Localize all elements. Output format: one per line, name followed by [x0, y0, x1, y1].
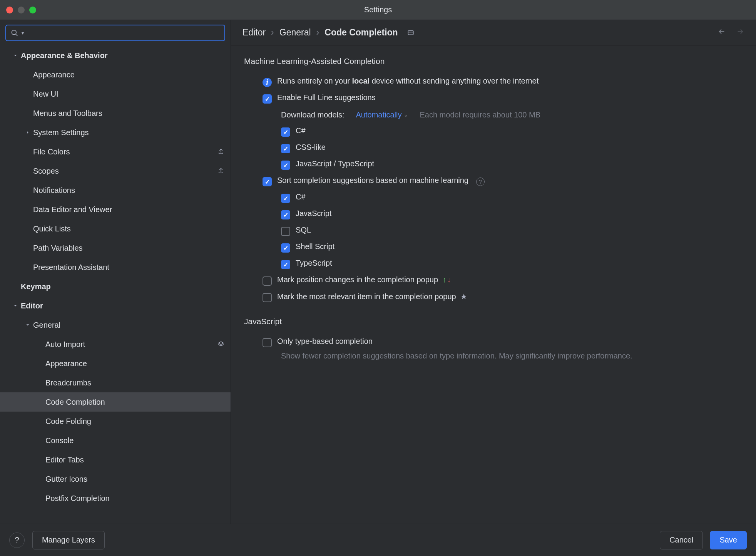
sidebar-item-label: Appearance & Behavior — [21, 51, 211, 60]
row-full-line: ✓ Enable Full Line suggestions — [244, 90, 743, 107]
sidebar-item-auto-import[interactable]: Auto Import — [0, 335, 231, 354]
breadcrumb-sep: › — [316, 27, 319, 38]
row-lang-jsts: ✓ JavaScript / TypeScript — [244, 156, 743, 173]
sidebar-item-scopes[interactable]: Scopes — [0, 161, 231, 181]
info-text: Runs entirely on your local device witho… — [277, 77, 539, 85]
sidebar-item-menus-and-toolbars[interactable]: Menus and Toolbars — [0, 104, 231, 123]
sidebar-item-gutter-icons[interactable]: Gutter Icons — [0, 469, 231, 489]
sidebar-item-file-colors[interactable]: File Colors — [0, 142, 231, 161]
sidebar-item-label: Quick Lists — [33, 224, 211, 233]
main-area: ▾ Appearance & BehaviorAppearanceNew UIM… — [0, 20, 756, 524]
share-icon — [211, 167, 231, 174]
row-lang-csharp: ✓ C# — [244, 123, 743, 140]
sidebar-item-appearance[interactable]: Appearance — [0, 65, 231, 84]
close-window-button[interactable] — [6, 7, 13, 13]
search-box[interactable]: ▾ — [5, 25, 225, 41]
settings-tree: Appearance & BehaviorAppearanceNew UIMen… — [0, 46, 231, 524]
sidebar-item-code-completion[interactable]: Code Completion — [0, 392, 231, 412]
section-js-title: JavaScript — [244, 317, 743, 326]
minimize-window-button[interactable] — [18, 7, 25, 13]
nav-forward-icon[interactable] — [736, 27, 744, 38]
checkbox-sort-ml[interactable]: ✓ — [263, 177, 272, 186]
row-sort-ml: ✓ Sort completion suggestions based on m… — [244, 173, 743, 189]
cancel-button[interactable]: Cancel — [660, 531, 703, 549]
save-button[interactable]: Save — [710, 531, 747, 549]
sidebar-item-breadcrumbs[interactable]: Breadcrumbs — [0, 373, 231, 392]
sidebar-item-appearance-behavior[interactable]: Appearance & Behavior — [0, 46, 231, 65]
nav-back-icon[interactable] — [718, 27, 726, 38]
sidebar-item-general[interactable]: General — [0, 315, 231, 335]
breadcrumb-editor[interactable]: Editor — [243, 27, 266, 38]
settings-scroll[interactable]: ✓ Enable auto-popup of tag name code com… — [231, 45, 756, 524]
sidebar-item-postfix-completion[interactable]: Postfix Completion — [0, 489, 231, 508]
tree-arrow-icon — [10, 53, 21, 58]
search-input[interactable] — [27, 28, 220, 37]
row-lang-css: ✓ CSS-like — [244, 140, 743, 156]
svg-line-1 — [16, 34, 18, 36]
sidebar-item-new-ui[interactable]: New UI — [0, 84, 231, 104]
sidebar-item-label: File Colors — [33, 147, 211, 156]
checkbox-type-based[interactable] — [263, 338, 272, 347]
sidebar-item-console[interactable]: Console — [0, 431, 231, 450]
checkbox-mark-position[interactable] — [263, 276, 272, 286]
sidebar-item-editor-tabs[interactable]: Editor Tabs — [0, 450, 231, 469]
checkbox-lang-csharp[interactable]: ✓ — [281, 127, 290, 137]
checkbox-sort-js[interactable]: ✓ — [281, 210, 290, 219]
maximize-window-button[interactable] — [29, 7, 36, 13]
checkbox-lang-jsts[interactable]: ✓ — [281, 161, 290, 170]
checkbox-lang-css[interactable]: ✓ — [281, 144, 290, 153]
row-mark-relevant: Mark the most relevant item in the compl… — [244, 289, 743, 305]
row-sort-csharp: ✓ C# — [244, 189, 743, 206]
label-sort-sql: SQL — [296, 226, 311, 234]
sidebar-item-system-settings[interactable]: System Settings — [0, 123, 231, 142]
svg-rect-2 — [408, 30, 413, 35]
manage-layers-button[interactable]: Manage Layers — [32, 531, 105, 549]
checkbox-full-line[interactable]: ✓ — [263, 94, 272, 104]
sidebar-item-label: Auto Import — [45, 340, 211, 349]
sidebar-item-keymap[interactable]: Keymap — [0, 277, 231, 296]
sidebar-item-label: Appearance — [45, 359, 211, 368]
row-type-based: Only type-based completion — [244, 334, 743, 350]
sidebar-item-quick-lists[interactable]: Quick Lists — [0, 219, 231, 238]
window-title: Settings — [364, 5, 392, 14]
sidebar-item-label: Gutter Icons — [45, 475, 211, 484]
label-sort-shell: Shell Script — [296, 242, 335, 251]
sidebar-item-label: Editor Tabs — [45, 456, 211, 464]
help-icon[interactable]: ? — [476, 178, 485, 186]
row-download-models: Download models: Automatically ⌄ Each mo… — [244, 107, 743, 123]
sidebar-item-label: Presentation Assistant — [33, 263, 211, 272]
sidebar-item-appearance[interactable]: Appearance — [0, 354, 231, 373]
checkbox-mark-relevant[interactable] — [263, 293, 272, 302]
label-type-based: Only type-based completion — [277, 337, 373, 346]
help-button[interactable]: ? — [9, 533, 25, 548]
label-download-models: Download models: — [281, 111, 345, 119]
sidebar-item-label: Breadcrumbs — [45, 378, 211, 387]
checkbox-sort-csharp[interactable]: ✓ — [281, 194, 290, 203]
scheme-icon[interactable] — [407, 29, 414, 36]
sidebar-item-path-variables[interactable]: Path Variables — [0, 238, 231, 258]
search-icon — [11, 29, 18, 37]
label-mark-position: Mark position changes in the completion … — [277, 275, 451, 284]
footer: ? Manage Layers Cancel Save — [0, 524, 756, 556]
label-sort-csharp: C# — [296, 193, 306, 201]
sidebar-item-label: General — [33, 321, 211, 330]
dropdown-download-models[interactable]: Automatically ⌄ — [356, 111, 408, 119]
row-sort-ts: ✓ TypeScript — [244, 256, 743, 272]
label-lang-jsts: JavaScript / TypeScript — [296, 159, 374, 168]
star-icon: ★ — [460, 292, 467, 301]
checkbox-sort-shell[interactable]: ✓ — [281, 243, 290, 253]
sidebar-item-editor[interactable]: Editor — [0, 296, 231, 315]
sidebar-item-presentation-assistant[interactable]: Presentation Assistant — [0, 258, 231, 277]
sidebar-item-data-editor-and-viewer[interactable]: Data Editor and Viewer — [0, 200, 231, 219]
checkbox-sort-sql[interactable] — [281, 227, 290, 236]
sidebar-item-notifications[interactable]: Notifications — [0, 181, 231, 200]
checkbox-sort-ts[interactable]: ✓ — [281, 260, 290, 269]
row-sort-shell: ✓ Shell Script — [244, 239, 743, 256]
history-nav — [718, 27, 744, 38]
breadcrumb-general[interactable]: General — [279, 27, 311, 38]
search-dropdown-icon[interactable]: ▾ — [22, 30, 24, 36]
sidebar-item-code-folding[interactable]: Code Folding — [0, 412, 231, 431]
label-sort-js: JavaScript — [296, 209, 331, 218]
label-sort-ml: Sort completion suggestions based on mac… — [277, 176, 468, 185]
search-wrap: ▾ — [0, 20, 231, 46]
